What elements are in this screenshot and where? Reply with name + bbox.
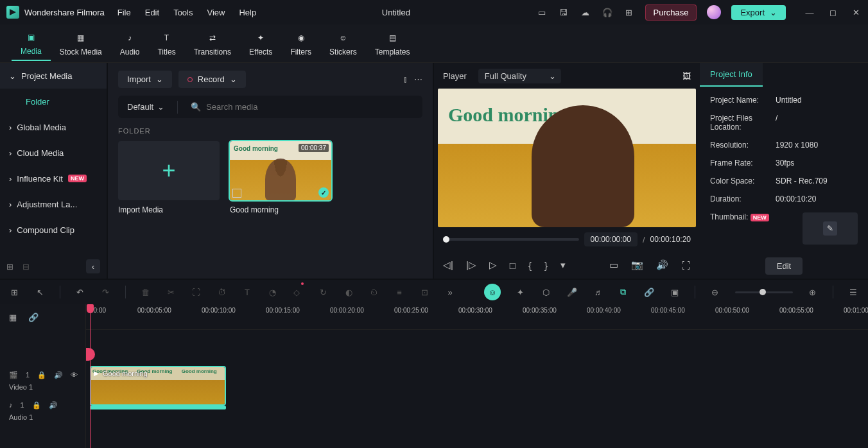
mute-icon[interactable]: 🔊 [54,371,63,379]
link-icon[interactable]: 🔗 [643,288,655,297]
cursor-icon[interactable]: ↖ [35,288,46,297]
headphones-icon[interactable]: 🎧 [602,6,613,18]
tab-effects[interactable]: ✦Effects [240,27,281,60]
camera-icon[interactable]: 📷 [631,259,643,271]
timeline-body[interactable]: 00:00 00:00:05:00 00:00:10:00 00:00:15:0… [86,304,868,448]
thumbnail-preview[interactable]: ✎ [803,212,858,245]
tab-filters[interactable]: ◉Filters [281,27,320,60]
seek-bar[interactable] [443,238,579,241]
tracks-button[interactable]: ≡ [394,288,405,297]
tab-templates[interactable]: ▤Templates [366,27,419,60]
mark-in-button[interactable]: { [528,260,532,271]
sidebar-item-adjustment-layer[interactable]: ›Adjustment La... [0,191,107,217]
display-icon[interactable]: ▭ [609,259,618,271]
ai-button[interactable]: ☺ [484,284,501,300]
volume-icon[interactable]: 🔊 [656,259,668,271]
markers-button[interactable]: ▾ [560,259,566,271]
rotate-button[interactable]: ↻ [318,288,329,297]
sidebar-item-influence-kit[interactable]: ›Influence KitNEW [0,166,107,191]
tab-media[interactable]: ▣Media [12,26,51,61]
stop-button[interactable]: □ [510,260,516,271]
undo-button[interactable]: ↶ [74,288,86,297]
new-bin-icon[interactable]: ⊟ [22,262,30,271]
import-button[interactable]: Import⌄ [118,71,172,88]
timeline-clip[interactable]: ▶ Good morning Good morning Good morning… [90,366,226,406]
more-icon[interactable]: ⋯ [414,74,422,84]
color-button[interactable]: ◔ [267,288,279,297]
collapse-button[interactable]: ‹ [86,259,100,273]
redo-button[interactable]: ↷ [100,288,112,297]
sidebar-item-project-media[interactable]: ⌄Project Media [0,63,107,89]
video-track-header[interactable]: 🎬1🔒🔊👁 Video 1 [0,366,85,396]
device-icon[interactable]: ▭ [536,6,548,18]
search-input[interactable] [206,102,413,112]
play-backward-button[interactable]: |▷ [466,259,476,271]
sidebar-item-compound-clip[interactable]: ›Compound Clip [0,217,107,243]
minimize-button[interactable]: — [804,6,815,18]
apps-icon[interactable]: ⊞ [623,6,635,18]
split-button[interactable]: ✂ [166,288,177,297]
import-media-tile[interactable]: + [118,141,220,200]
delete-button[interactable]: 🗑 [140,288,152,297]
cloud-icon[interactable]: ☁ [580,6,591,18]
project-info-tab[interactable]: Project Info [700,63,763,87]
zoom-knob[interactable] [759,289,766,295]
maximize-button[interactable]: ◻ [827,6,838,18]
media-clip-tile[interactable]: Good morning 00:00:37 ✓ [230,141,331,200]
speed-button[interactable]: ⏱ [216,288,228,297]
snapshot-icon[interactable]: 🖼 [682,71,691,81]
lock-icon[interactable]: 🔒 [32,401,41,409]
timeline-layout-icon[interactable]: ▦ [9,313,17,322]
close-button[interactable]: ✕ [850,6,862,18]
enhance-icon[interactable]: ✦ [515,288,526,297]
export-button[interactable]: Export⌄ [731,5,786,20]
zoom-out-button[interactable]: ⊖ [709,288,721,297]
lock-icon[interactable]: 🔒 [37,371,46,379]
mark-out-button[interactable]: } [544,260,548,271]
mute-icon[interactable]: 🔊 [49,401,58,409]
new-folder-icon[interactable]: ⊞ [6,262,13,271]
fullscreen-icon[interactable]: ⛶ [681,260,691,271]
edit-button[interactable]: Edit [765,257,803,275]
timer-button[interactable]: ⏲ [369,288,380,297]
audio-track-header[interactable]: ♪1🔒🔊 Audio 1 [0,396,85,426]
menu-view[interactable]: View [207,8,225,17]
menu-help[interactable]: Help [239,8,256,17]
zoom-slider[interactable] [735,291,793,293]
view-mode-icon[interactable]: ☰ [847,288,859,297]
sort-default[interactable]: Default⌄ [121,98,171,116]
mask-button[interactable]: ◐ [343,288,354,297]
filter-icon[interactable]: ⫿ [403,74,408,84]
save-icon[interactable]: 🖫 [558,6,569,18]
audio-clip[interactable] [90,406,226,409]
quality-select[interactable]: Full Quality [478,69,561,83]
menu-file[interactable]: File [117,8,131,17]
visibility-icon[interactable]: 👁 [71,371,78,379]
keyframe-button[interactable]: ◇ [292,288,304,297]
more-tools-button[interactable]: » [444,288,456,297]
seek-knob[interactable] [443,236,449,243]
mic-icon[interactable]: 🎤 [566,288,578,297]
tab-audio[interactable]: ♪Audio [111,27,149,60]
playhead-handle[interactable] [86,348,95,361]
sidebar-item-folder[interactable]: Folder [0,89,107,114]
link-tracks-icon[interactable]: 🔗 [28,313,39,322]
text-button[interactable]: T [241,288,253,297]
tab-transitions[interactable]: ⇄Transitions [185,27,240,60]
sidebar-item-global-media[interactable]: ›Global Media [0,114,107,140]
expand-button[interactable]: ⊡ [419,288,431,297]
magnet-icon[interactable]: ⧉ [618,287,629,297]
purchase-button[interactable]: Purchase [645,4,697,21]
playhead[interactable] [90,304,91,448]
prev-frame-button[interactable]: ◁| [443,259,453,271]
sidebar-item-cloud-media[interactable]: ›Cloud Media [0,140,107,166]
avatar[interactable] [707,5,721,19]
crop-button[interactable]: ⛶ [191,288,202,297]
preview-area[interactable]: Good morning [438,89,696,227]
menu-edit[interactable]: Edit [145,8,159,17]
layout-icon[interactable]: ⊞ [9,288,21,297]
zoom-in-button[interactable]: ⊕ [807,288,819,297]
menu-tools[interactable]: Tools [173,8,193,17]
tab-stock-media[interactable]: ▦Stock Media [51,27,111,60]
music-icon[interactable]: ♬ [592,288,603,297]
